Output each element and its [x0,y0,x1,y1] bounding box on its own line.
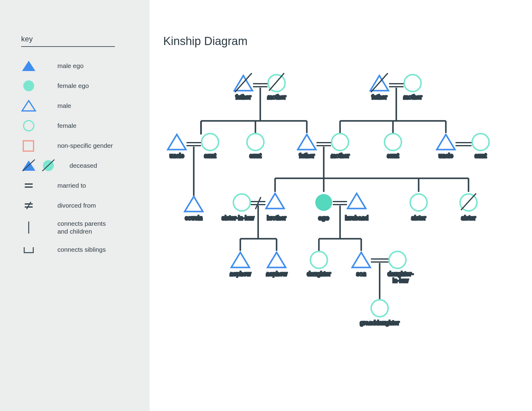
legend-nonspecific: non-specific gender [21,136,131,156]
node-aunt-l1 [202,134,219,150]
triangle-filled-icon [21,60,57,72]
diagram-area: Kinship Diagram father mothe [150,0,532,411]
legend-label: connects parents and children [57,220,106,236]
legend-male: male [21,96,131,116]
svg-rect-4 [23,141,34,151]
deceased-icon [21,159,70,172]
label: ego [318,215,329,221]
label: granddaughter [360,319,399,326]
svg-line-13 [27,202,31,209]
circle-filled-icon [21,80,57,92]
legend-parent-child: connects parents and children [21,215,131,240]
legend-label: female [57,122,76,130]
label: nephew [266,270,287,277]
node-mother [332,134,349,150]
label-mother: mother [267,94,286,100]
node-father [298,134,316,150]
square-outline-icon [21,140,57,152]
legend-sidebar: key male ego female ego male [0,0,150,411]
diagram-title: Kinship Diagram [163,35,248,48]
label: aunt [204,152,216,159]
legend-siblings: connects siblings [21,240,131,260]
legend-label: female ego [57,82,89,90]
node-sister1 [410,194,427,211]
label: father [299,152,314,159]
label: mother [331,152,350,159]
label: uncle [439,152,453,159]
label: son [356,270,366,277]
kinship-diagram: father mother father mother [156,66,530,399]
node-nephew1 [231,252,249,267]
node-dil [389,251,406,268]
legend-married: married to [21,176,131,196]
label: aunt [387,152,399,159]
legend-male-ego: male ego [21,56,131,76]
vertical-line-icon [21,220,57,235]
label: cousin [185,215,203,221]
svg-marker-2 [22,101,35,111]
label: aunt [475,152,487,159]
legend-label: connects siblings [57,246,106,254]
label: uncle [170,152,184,159]
svg-point-24 [404,75,421,92]
node-daughter [310,251,327,268]
node-brother [266,193,284,209]
legend-deceased: deceased [21,156,131,176]
node-aunt-l2 [247,134,264,150]
label: brother [267,215,286,221]
legend-label: deceased [70,162,97,170]
svg-marker-0 [22,61,35,71]
circle-outline-icon [21,120,57,132]
equals-icon [21,180,57,192]
not-equals-icon [21,199,57,212]
label-mother: mother [403,94,422,100]
label-dil-l2: in-law [393,277,409,284]
label: husband [345,215,368,221]
legend-heading: key [21,35,115,47]
svg-point-3 [24,121,34,131]
label: nephew [230,270,251,277]
label: aunt [250,152,261,159]
svg-point-1 [23,80,34,91]
legend-label: non-specific gender [57,142,113,150]
node-sil [233,194,250,211]
label-father: father [235,94,251,100]
bracket-icon [21,244,57,256]
legend-label: male [57,102,71,110]
legend-label: divorced from [57,202,96,209]
node-cousin [185,196,203,212]
node-granddaughter [371,300,388,317]
triangle-outline-icon [21,100,57,112]
page: key male ego female ego male [0,0,532,411]
legend-label: male ego [57,62,83,70]
legend-label: married to [57,182,86,189]
legend-female-ego: female ego [21,76,131,96]
label: daughter [307,270,331,277]
node-uncle-r [437,134,455,150]
label-dil-l1: daughter- [388,270,414,277]
label: sister [461,215,476,221]
label: sister [411,215,426,221]
node-uncle-l [168,134,186,150]
node-aunt-r2 [472,134,489,150]
label: sister-in-law [222,215,254,221]
legend-divorced: divorced from [21,196,131,215]
node-son [352,252,370,267]
node-ego [315,194,332,211]
label-father: father [371,94,387,100]
node-aunt-r [384,134,401,150]
node-nephew2 [268,252,286,267]
legend-female: female [21,116,131,136]
node-husband [348,193,366,209]
legend-list: male ego female ego male female [21,56,131,260]
